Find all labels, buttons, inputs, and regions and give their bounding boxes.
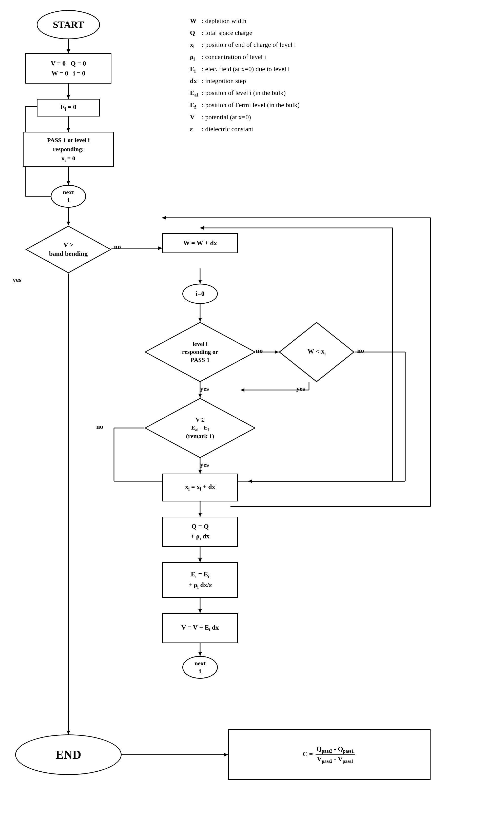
ei-plus-rho-box: Ei = Ei+ ρi dx/ε [162, 562, 238, 598]
svg-marker-25 [248, 479, 252, 483]
svg-marker-49 [200, 226, 204, 230]
end-label: END [55, 746, 81, 763]
svg-marker-13 [67, 222, 70, 225]
i-zero-label: i=0 [196, 289, 204, 298]
legend: W : depletion width Q : total space char… [190, 15, 300, 135]
xi-plus-dx-box: xi = xi + dx [162, 474, 238, 501]
yes-label-level-resp: yes [200, 385, 209, 393]
pass1-label: PASS 1 or level iresponding:xi = 0 [47, 135, 90, 164]
legend-item-v: V : potential (at x=0) [190, 111, 300, 123]
start-node: START [37, 10, 100, 39]
legend-item-ef: Ef : position of Fermi level (in the bul… [190, 99, 300, 111]
vge-eai-label: V ≥Eai - Ef(remark 1) [186, 416, 214, 440]
ei-plus-rho-label: Ei = Ei+ ρi dx/ε [188, 569, 212, 591]
pass1-box: PASS 1 or level iresponding:xi = 0 [23, 132, 114, 167]
next-i-2-node: nexti [182, 656, 218, 679]
init-label: V = 0 Q = 0W = 0 i = 0 [51, 59, 86, 78]
ei-zero-label: Ei = 0 [60, 103, 76, 113]
formula-label: C = Qpass2 - Qpass1 Vpass2 - Vpass1 [303, 745, 356, 764]
legend-item-w: W : depletion width [190, 15, 300, 27]
yes-label-vge-band: yes [13, 276, 22, 284]
legend-item-ei: Ei : elec. field (at x=0) due to level i [190, 63, 300, 75]
w-plus-dx-box: W = W + dx [162, 233, 238, 253]
svg-marker-15 [158, 246, 162, 250]
no-label-level-resp: no [256, 347, 263, 355]
legend-item-epsilon: ε : dielectric constant [190, 123, 300, 135]
vge-band-diamond: V ≥band bending [25, 225, 111, 274]
legend-item-q: Q : total space charge [190, 27, 300, 39]
svg-marker-57 [162, 216, 166, 220]
next-i-2-label: nexti [195, 659, 206, 675]
no-label-vge-band: no [114, 243, 121, 251]
next-i-1-node: nexti [51, 185, 86, 208]
xi-plus-dx-label: xi = xi + dx [185, 482, 215, 493]
q-plus-rho-box: Q = Q+ ρi dx [162, 517, 238, 547]
legend-item-xi: xi : position of end of charge of level … [190, 39, 300, 51]
vge-eai-diamond: V ≥Eai - Ef(remark 1) [144, 398, 256, 458]
no-label-w-lt-xi: no [357, 347, 364, 355]
svg-marker-51 [67, 731, 70, 734]
v-plus-ei-label: V = V + Ei dx [181, 623, 219, 633]
legend-item-dx: dx : integration step [190, 75, 300, 87]
svg-marker-36 [198, 470, 202, 474]
start-label: START [53, 18, 84, 31]
svg-marker-38 [198, 513, 202, 517]
ei-zero-box: Ei = 0 [37, 99, 100, 116]
w-lt-xi-label: W < xi [307, 347, 325, 357]
w-plus-dx-label: W = W + dx [183, 239, 217, 248]
yes-label-vge-eai: yes [200, 461, 209, 469]
svg-marker-53 [224, 753, 228, 756]
level-resp-diamond: level iresponding orPASS 1 [144, 322, 256, 382]
svg-marker-42 [198, 609, 202, 613]
flowchart: START V = 0 Q = 0W = 0 i = 0 Ei = 0 PASS… [0, 0, 504, 818]
svg-marker-30 [198, 394, 202, 398]
svg-marker-5 [67, 128, 70, 132]
svg-marker-19 [198, 318, 202, 322]
w-lt-xi-diamond: W < xi [279, 322, 355, 382]
v-plus-ei-box: V = V + Ei dx [162, 613, 238, 643]
svg-marker-40 [198, 558, 202, 562]
svg-marker-3 [67, 95, 70, 99]
svg-marker-21 [275, 350, 279, 354]
svg-marker-44 [198, 652, 202, 656]
i-zero-node: i=0 [182, 284, 218, 304]
formula-box: C = Qpass2 - Qpass1 Vpass2 - Vpass1 [228, 729, 431, 780]
level-resp-label: level iresponding orPASS 1 [182, 340, 218, 364]
svg-marker-7 [67, 181, 70, 185]
legend-item-eai: Eai : position of level i (in the bulk) [190, 87, 300, 99]
next-i-1-label: nexti [63, 188, 74, 204]
no-label-vge-eai: no [96, 423, 103, 431]
vge-band-label: V ≥band bending [49, 241, 88, 258]
yes-label-w-lt-xi: yes [296, 385, 305, 393]
q-plus-rho-label: Q = Q+ ρi dx [191, 521, 209, 542]
end-node: END [15, 734, 122, 775]
svg-marker-17 [198, 280, 202, 284]
svg-marker-28 [241, 388, 244, 392]
svg-marker-1 [67, 49, 70, 53]
legend-item-rho: ρi : concentration of level i [190, 51, 300, 63]
init-box: V = 0 Q = 0W = 0 i = 0 [25, 53, 111, 84]
